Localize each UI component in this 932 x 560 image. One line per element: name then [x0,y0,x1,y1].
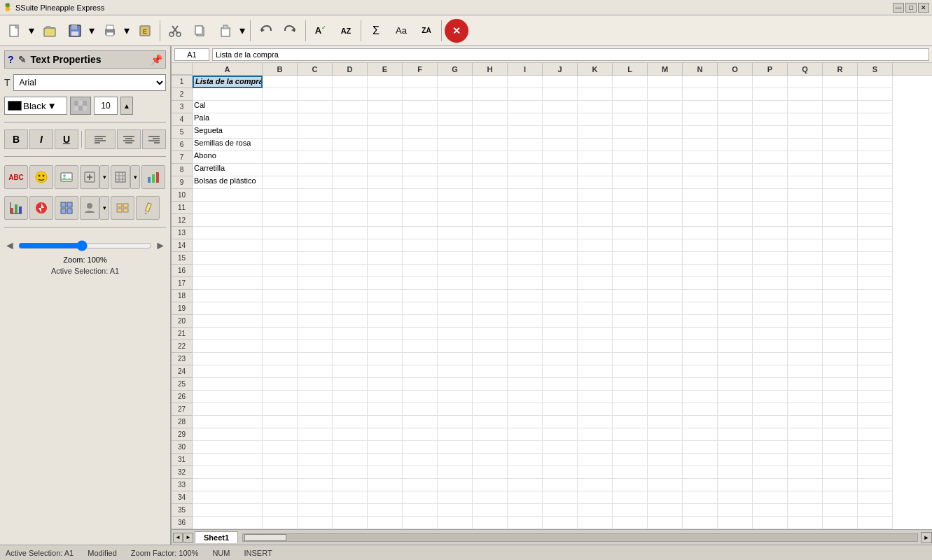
cell-28-col10[interactable] [578,416,613,428]
cell-30-col7[interactable] [473,441,508,454]
cell-33-col8[interactable] [508,479,543,491]
cell-17-col4[interactable] [368,277,403,290]
cell-34-col7[interactable] [473,491,508,504]
cell-29-col3[interactable] [333,428,368,441]
cell-20-col15[interactable] [753,315,788,328]
cell-17-col17[interactable] [823,277,858,290]
underline-button[interactable]: U [55,130,78,149]
cell-7-col16[interactable] [788,151,823,164]
cell-36-col5[interactable] [403,517,438,529]
cell-29-col16[interactable] [788,428,823,441]
sort-button[interactable]: AZ [334,19,358,43]
cell-34-col14[interactable] [718,491,753,504]
col-header-J[interactable]: J [543,63,578,75]
cell-20-col5[interactable] [403,315,438,328]
cell-9-A[interactable]: Bolsas de plástico [193,176,263,189]
cell-34-col11[interactable] [613,491,648,504]
cell-21-col18[interactable] [858,328,893,340]
table-insert-button[interactable] [111,165,130,189]
cell-23-col10[interactable] [578,353,613,365]
cell-30-A[interactable] [193,441,263,454]
bold-button[interactable]: B [4,130,28,149]
cell-16-col5[interactable] [403,265,438,277]
cell-25-col17[interactable] [823,378,858,391]
cell-21-col2[interactable] [298,328,333,340]
cell-16-col10[interactable] [578,265,613,277]
close-button[interactable]: ✕ [918,3,929,13]
cell-26-col1[interactable] [263,391,298,403]
cell-2-col18[interactable] [858,88,893,101]
cell-35-col13[interactable] [683,504,718,517]
cell-35-col14[interactable] [718,504,753,517]
cell-15-col5[interactable] [403,252,438,265]
cell-31-col14[interactable] [718,454,753,466]
cell-9-col9[interactable] [543,176,578,189]
cell-5-col12[interactable] [648,126,683,139]
cell-8-col17[interactable] [823,164,858,176]
font-aa-button[interactable]: Aa [389,19,413,43]
cell-3-col14[interactable] [718,101,753,113]
cell-9-col3[interactable] [333,176,368,189]
cell-20-col8[interactable] [508,315,543,328]
cell-35-col11[interactable] [613,504,648,517]
cell-10-col10[interactable] [578,189,613,202]
cell-34-col4[interactable] [368,491,403,504]
cell-5-col18[interactable] [858,126,893,139]
cell-2-col12[interactable] [648,88,683,101]
cell-1-col10[interactable] [578,76,613,88]
cell-10-col18[interactable] [858,189,893,202]
cell-4-A[interactable]: Pala [193,113,263,126]
cell-22-A[interactable] [193,340,263,353]
cell-26-col16[interactable] [788,391,823,403]
cell-15-col4[interactable] [368,252,403,265]
cell-33-col18[interactable] [858,479,893,491]
cell-33-col3[interactable] [333,479,368,491]
cell-12-col5[interactable] [403,214,438,227]
cell-20-col7[interactable] [473,315,508,328]
cell-18-col18[interactable] [858,290,893,302]
cell-16-col1[interactable] [263,265,298,277]
cell-36-col18[interactable] [858,517,893,529]
cell-5-col16[interactable] [788,126,823,139]
col-header-E[interactable]: E [368,63,403,75]
cell-26-A[interactable] [193,391,263,403]
cell-25-col8[interactable] [508,378,543,391]
cell-11-col9[interactable] [543,202,578,214]
cell-9-col8[interactable] [508,176,543,189]
cell-26-col3[interactable] [333,391,368,403]
cell-17-col14[interactable] [718,277,753,290]
cell-12-col9[interactable] [543,214,578,227]
cell-20-col11[interactable] [613,315,648,328]
cell-18-col11[interactable] [613,290,648,302]
cell-20-col9[interactable] [543,315,578,328]
insert-dropdown-arrow[interactable]: ▾ [99,165,109,189]
cell-8-col4[interactable] [368,164,403,176]
zoom-slider[interactable] [18,239,152,253]
cell-7-col5[interactable] [403,151,438,164]
cell-30-col3[interactable] [333,441,368,454]
cell-3-col9[interactable] [543,101,578,113]
cell-3-col2[interactable] [298,101,333,113]
cell-14-col16[interactable] [788,239,823,252]
cell-6-col14[interactable] [718,139,753,151]
cell-15-col14[interactable] [718,252,753,265]
cell-17-col3[interactable] [333,277,368,290]
cell-31-col17[interactable] [823,454,858,466]
cell-25-col13[interactable] [683,378,718,391]
cell-5-col17[interactable] [823,126,858,139]
cell-21-col11[interactable] [613,328,648,340]
cell-17-col11[interactable] [613,277,648,290]
cell-28-col8[interactable] [508,416,543,428]
cell-3-col15[interactable] [753,101,788,113]
open-button[interactable] [38,19,62,43]
texture-button[interactable] [70,97,91,115]
cell-22-col12[interactable] [648,340,683,353]
cell-20-col1[interactable] [263,315,298,328]
cell-27-col4[interactable] [368,403,403,416]
cell-32-col2[interactable] [298,466,333,479]
col-header-C[interactable]: C [298,63,333,75]
cell-36-col15[interactable] [753,517,788,529]
cell-9-col12[interactable] [648,176,683,189]
cell-13-col10[interactable] [578,227,613,239]
cell-26-col12[interactable] [648,391,683,403]
